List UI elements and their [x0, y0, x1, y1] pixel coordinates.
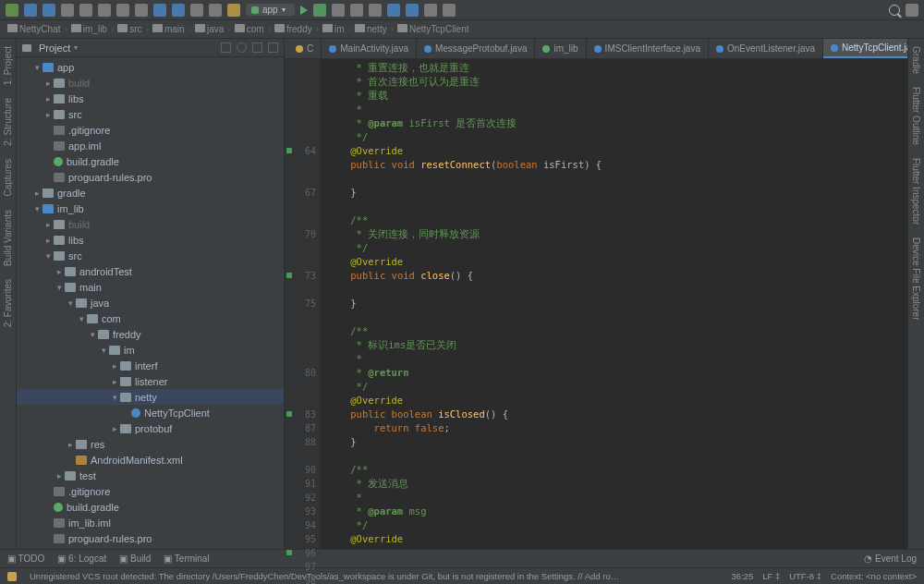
tree-folder[interactable]: ▸listener — [17, 373, 284, 389]
tree-folder[interactable]: ▸libs — [17, 91, 284, 106]
expand-icon[interactable]: ▸ — [111, 377, 118, 386]
breadcrumb-item[interactable]: main — [152, 24, 185, 34]
tree-folder[interactable]: ▸src — [17, 106, 284, 122]
code-area[interactable]: * 重置连接，也就是重连 * 首次连接也可认为是重连 * 重载 * * @par… — [320, 59, 907, 584]
expand-icon[interactable]: ▸ — [44, 79, 52, 88]
tree-folder[interactable]: ▸androidTest — [17, 263, 284, 279]
tree-file[interactable]: proguard-rules.pro — [17, 530, 284, 546]
expand-icon[interactable]: ▾ — [89, 330, 96, 339]
context-label[interactable]: Context: <no context> — [831, 571, 917, 581]
undo-icon[interactable] — [61, 4, 74, 17]
bottom-tool-tab[interactable]: ▣ Terminal — [164, 554, 209, 564]
project-tree[interactable]: ▾app▸build▸libs▸src.gitignoreapp.imlbuil… — [17, 57, 284, 549]
breadcrumb-item[interactable]: com — [235, 24, 264, 34]
tree-file[interactable]: proguard-rules.pro — [17, 169, 284, 185]
project-view-combo[interactable]: Project ▾ — [22, 43, 78, 54]
search-icon[interactable] — [889, 5, 900, 16]
line-separator[interactable]: LF ‡ — [762, 571, 780, 581]
expand-icon[interactable]: ▾ — [100, 346, 107, 355]
editor-gutter[interactable]: 6467707375808387889091929394959697989910… — [285, 59, 320, 584]
tree-file[interactable]: im_lib.iml — [17, 515, 284, 530]
tree-file[interactable]: NettyTcpClient — [17, 405, 284, 420]
cut-icon[interactable] — [98, 4, 111, 17]
tree-folder[interactable]: ▸protobuf — [17, 420, 284, 436]
tool-tab[interactable]: 2: Favorites — [3, 279, 13, 327]
expand-icon[interactable]: ▾ — [67, 298, 74, 308]
profile-icon[interactable] — [332, 4, 345, 17]
tree-folder[interactable]: ▸interf — [17, 358, 284, 373]
breadcrumb-item[interactable]: im_lib — [71, 24, 107, 34]
vcs-icon[interactable] — [172, 4, 185, 17]
tree-folder[interactable]: ▸libs — [17, 232, 284, 248]
bottom-tool-tab[interactable]: ◔ Event Log — [864, 554, 917, 564]
tree-folder[interactable]: ▾freddy — [17, 326, 284, 342]
open-icon[interactable] — [6, 4, 18, 17]
status-message[interactable]: Unregistered VCS root detected: The dire… — [30, 571, 621, 581]
tree-folder[interactable]: ▾im_lib — [17, 201, 284, 216]
collapse-icon[interactable] — [221, 43, 231, 53]
editor-tab[interactable]: IMSClientInterface.java — [587, 39, 709, 58]
build-icon[interactable] — [227, 4, 240, 17]
tree-folder[interactable]: ▾im — [17, 342, 284, 358]
paste-icon[interactable] — [135, 4, 148, 17]
tool-tab[interactable]: 1: Project — [3, 46, 13, 85]
expand-icon[interactable]: ▾ — [55, 283, 63, 292]
bottom-tool-tab[interactable]: ▣ Build — [119, 554, 151, 564]
forward-icon[interactable] — [209, 4, 222, 17]
expand-icon[interactable]: ▾ — [33, 204, 41, 213]
tree-file[interactable]: build.gradle — [17, 153, 284, 169]
expand-icon[interactable]: ▸ — [44, 236, 52, 245]
tree-folder[interactable]: ▸build — [17, 216, 284, 232]
expand-icon[interactable]: ▸ — [111, 424, 118, 433]
expand-icon[interactable]: ▸ — [111, 361, 118, 371]
bottom-tool-tab[interactable]: ▣ 6: Logcat — [57, 554, 106, 564]
save-icon[interactable] — [24, 4, 37, 17]
debug-icon[interactable] — [313, 4, 326, 17]
expand-icon[interactable]: ▾ — [78, 314, 85, 323]
avd-icon[interactable] — [387, 4, 400, 17]
tree-folder[interactable]: ▾netty — [17, 389, 284, 405]
settings-icon[interactable] — [443, 4, 456, 17]
sync-icon[interactable] — [43, 4, 55, 17]
breadcrumb-item[interactable]: NettyChat — [7, 24, 60, 34]
expand-icon[interactable]: ▾ — [44, 251, 52, 261]
tree-folder[interactable]: ▸test — [17, 468, 284, 483]
expand-icon[interactable]: ▸ — [55, 267, 63, 276]
expand-icon[interactable]: ▾ — [111, 393, 118, 402]
tool-tab[interactable]: Flutter Outline — [911, 87, 921, 145]
bottom-tool-tab[interactable]: ▣ TODO — [7, 554, 44, 564]
tool-tab[interactable]: 2: Structure — [3, 98, 13, 146]
expand-icon[interactable]: ▸ — [55, 471, 63, 481]
expand-icon[interactable]: ▸ — [44, 110, 52, 119]
editor-tab[interactable]: MessageProtobuf.java — [417, 39, 536, 58]
stop-icon[interactable] — [369, 4, 382, 17]
tree-folder[interactable]: ▾src — [17, 248, 284, 263]
expand-icon[interactable]: ▸ — [67, 440, 74, 449]
tree-folder[interactable]: ▾main — [17, 279, 284, 295]
editor-tab[interactable]: im_lib — [535, 39, 586, 58]
tree-file[interactable]: AndroidManifest.xml — [17, 452, 284, 468]
attach-icon[interactable] — [350, 4, 363, 17]
find-icon[interactable] — [153, 4, 166, 17]
tree-file[interactable]: app.iml — [17, 138, 284, 153]
breadcrumb-item[interactable]: im — [322, 24, 345, 34]
expand-icon[interactable]: ▸ — [33, 189, 41, 198]
tree-folder[interactable]: ▾com — [17, 310, 284, 326]
tree-folder[interactable]: ▾app — [17, 59, 284, 75]
file-encoding[interactable]: UTF-8 ‡ — [789, 571, 821, 581]
editor-tab[interactable]: OnEventListener.java — [709, 39, 823, 58]
tree-file[interactable]: .gitignore — [17, 122, 284, 138]
breadcrumb-item[interactable]: freddy — [274, 24, 312, 34]
tool-tab[interactable]: Flutter Inspector — [911, 158, 921, 225]
cursor-position[interactable]: 36:25 — [731, 571, 753, 581]
expand-icon[interactable]: ▾ — [33, 63, 41, 72]
breadcrumb-item[interactable]: NettyTcpClient — [397, 24, 468, 34]
editor-tab[interactable]: MainActivity.java — [322, 39, 417, 58]
editor-tab[interactable]: C — [288, 39, 322, 58]
sdk-icon[interactable] — [406, 4, 419, 17]
breadcrumb-item[interactable]: src — [117, 24, 141, 34]
tool-tab[interactable]: Build Variants — [3, 210, 13, 266]
target-icon[interactable] — [237, 43, 247, 53]
tree-folder[interactable]: ▸gradle — [17, 185, 284, 201]
gear-icon[interactable] — [252, 43, 262, 53]
